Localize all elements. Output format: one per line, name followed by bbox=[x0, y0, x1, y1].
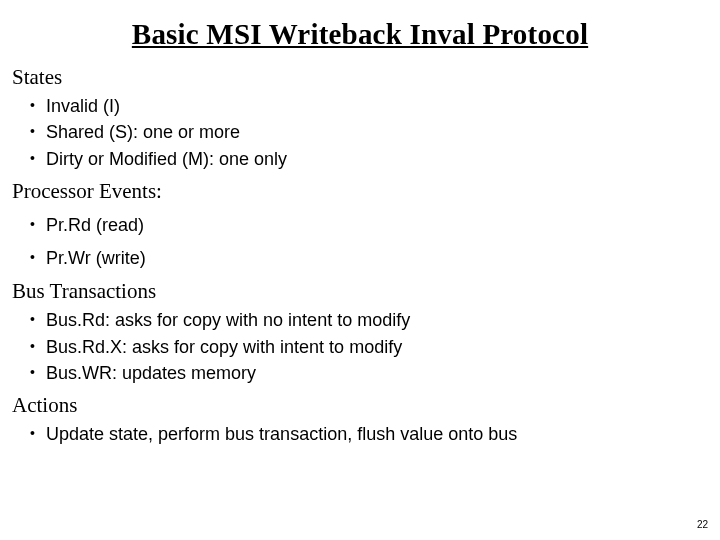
page-number: 22 bbox=[697, 519, 708, 530]
list-item: Pr.Rd (read) bbox=[46, 213, 708, 237]
processor-events-heading: Processor Events: bbox=[12, 179, 708, 204]
list-item: Bus.Rd.X: asks for copy with intent to m… bbox=[46, 335, 708, 359]
states-list: Invalid (I) Shared (S): one or more Dirt… bbox=[12, 94, 708, 171]
list-item: Shared (S): one or more bbox=[46, 120, 708, 144]
list-item: Dirty or Modified (M): one only bbox=[46, 147, 708, 171]
actions-list: Update state, perform bus transaction, f… bbox=[12, 422, 708, 446]
actions-section: Actions Update state, perform bus transa… bbox=[12, 393, 708, 446]
list-item: Bus.WR: updates memory bbox=[46, 361, 708, 385]
bus-transactions-list: Bus.Rd: asks for copy with no intent to … bbox=[12, 308, 708, 385]
list-item: Bus.Rd: asks for copy with no intent to … bbox=[46, 308, 708, 332]
list-item: Update state, perform bus transaction, f… bbox=[46, 422, 708, 446]
states-heading: States bbox=[12, 65, 708, 90]
processor-events-section: Processor Events: Pr.Rd (read) Pr.Wr (wr… bbox=[12, 179, 708, 271]
slide-title: Basic MSI Writeback Inval Protocol bbox=[12, 18, 708, 51]
processor-events-list: Pr.Rd (read) Pr.Wr (write) bbox=[12, 213, 708, 271]
bus-transactions-section: Bus Transactions Bus.Rd: asks for copy w… bbox=[12, 279, 708, 385]
actions-heading: Actions bbox=[12, 393, 708, 418]
bus-transactions-heading: Bus Transactions bbox=[12, 279, 708, 304]
list-item: Pr.Wr (write) bbox=[46, 246, 708, 270]
states-section: States Invalid (I) Shared (S): one or mo… bbox=[12, 65, 708, 171]
list-item: Invalid (I) bbox=[46, 94, 708, 118]
